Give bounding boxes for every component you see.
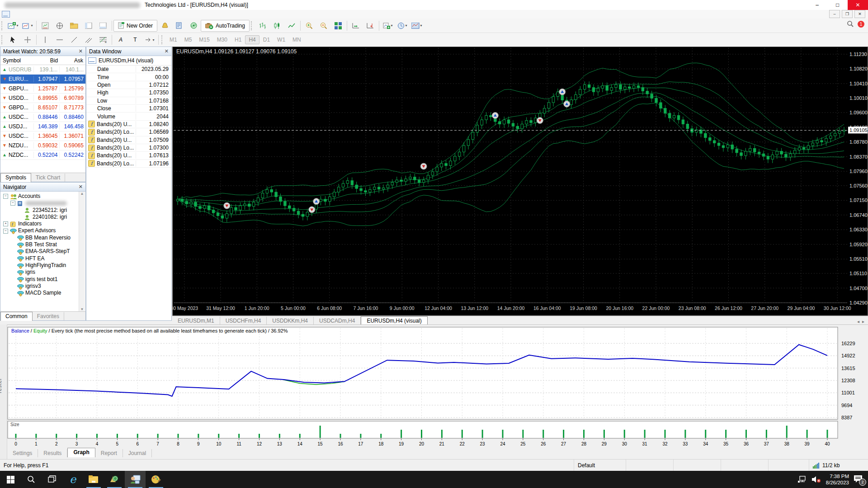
indicators-button[interactable]: ▾ [381,20,395,32]
profiles-button[interactable]: ▾ [20,20,35,32]
navigator-item-expert[interactable]: igris [3,269,85,276]
autotrading-button[interactable]: AutoTrading [201,20,250,32]
navigator-item-expert-advisors[interactable]: −Expert Advisors [3,227,85,234]
navigator-item-account[interactable]: 22401082: igri [3,214,85,221]
navigator-close-icon[interactable]: ✕ [79,184,83,190]
new-chart-button[interactable]: ▾ [6,20,20,32]
navigator-tab-favorites[interactable]: Favorites [33,312,64,320]
child-minimize-button[interactable]: – [829,10,840,18]
timeframe-h4[interactable]: H4 [245,35,259,44]
search-icon[interactable] [847,20,854,28]
chart-tab-usdcadm-h4[interactable]: USDCADm,H4 [314,317,361,325]
navigator-item-expert[interactable]: EMA-SARS-StepT [3,248,85,255]
network-icon[interactable] [798,476,807,483]
tester-tab-journal[interactable]: Journal [123,449,152,457]
close-button[interactable]: ✕ [848,0,868,10]
timeframe-d1[interactable]: D1 [259,35,274,44]
tree-expand-icon[interactable]: + [3,221,8,226]
timeframe-m15[interactable]: M15 [195,35,213,44]
market-watch-row[interactable]: ▼NZDU...0.590320.59065 [0,141,85,150]
timeframe-mn[interactable]: MN [289,35,305,44]
open-folder-button[interactable] [67,20,81,32]
tester-tab-graph[interactable]: Graph [67,448,95,457]
templates-button[interactable]: ▾ [410,20,424,32]
crosshair-window-button[interactable] [52,20,67,32]
chart-window-icon[interactable] [2,11,10,18]
terminal-toggle[interactable] [96,20,110,32]
navigator-item-expert[interactable]: igrisv3 [3,283,85,290]
task-view-button[interactable] [42,471,62,488]
metatrader-docs-icon[interactable] [104,471,125,488]
trendline-button[interactable] [67,34,81,46]
tree-expand-icon[interactable]: − [3,194,8,199]
status-profile[interactable]: Default [574,460,626,471]
candlestick-button[interactable] [270,20,284,32]
zoom-out-button[interactable] [316,20,331,32]
fibonacci-button[interactable]: E [96,34,110,46]
market-watch-row[interactable]: ▲USDJ...146.389146.458 [0,122,85,131]
new-order-button[interactable]: New Order [113,20,157,32]
minimize-button[interactable]: – [807,0,827,10]
trade-marker-sell[interactable] [309,206,315,213]
arrows-dropdown-button[interactable]: ▾ [142,34,157,46]
horizontal-line-button[interactable] [52,34,67,46]
navigator-item-server[interactable]: − [3,200,85,206]
bar-chart-button[interactable] [255,20,270,32]
taskbar-clock[interactable]: 7:38 PM 8/26/2023 [826,473,849,486]
trade-marker-buy[interactable] [313,198,320,205]
chart-shift-button[interactable] [363,20,377,32]
action-center-button[interactable]: 2 [854,475,863,484]
tile-windows-button[interactable] [331,20,345,32]
news-icon[interactable] [186,20,201,32]
timeframe-w1[interactable]: W1 [274,35,289,44]
navigator-item-accounts[interactable]: −Accounts [3,193,85,200]
child-restore-button[interactable]: ❐ [842,10,853,18]
file-explorer-icon[interactable] [83,471,104,488]
trade-marker-buy[interactable] [492,113,498,119]
tester-tab-report[interactable]: Report [95,449,123,457]
scripts-icon[interactable] [172,20,186,32]
tester-tab-results[interactable]: Results [38,449,67,457]
navigator-item-expert[interactable]: igris test bot1 [3,276,85,283]
tester-graph[interactable]: 1622914922136151230811001969483870123456… [7,326,868,447]
navigator-item-expert[interactable]: HighFlyingTradin [3,262,85,269]
text-label-tool-button[interactable]: T [128,34,142,46]
data-window-close-icon[interactable]: ✕ [165,48,169,54]
maximize-button[interactable]: □ [827,0,848,10]
trade-marker-sell[interactable] [224,202,230,209]
market-watch-close-icon[interactable]: ✕ [79,48,83,54]
navigator-item-indicators[interactable]: +fIndicators [3,221,85,227]
timeframe-m1[interactable]: M1 [166,35,181,44]
taskbar-search-button[interactable] [21,471,42,488]
timeframe-m30[interactable]: M30 [213,35,231,44]
navigator-item-account[interactable]: 22345212: igri [3,207,85,214]
timeframe-m5[interactable]: M5 [181,35,196,44]
market-watch-row[interactable]: ▼EURU...1.079471.07957 [0,75,85,84]
market-watch-tab-tick-chart[interactable]: Tick Chart [31,174,65,182]
candlestick-chart[interactable]: 1.112301.108201.104101.100101.096001.091… [173,47,868,315]
chart-area[interactable]: EURUSDm,H4 1.09126 1.09127 1.09076 1.091… [172,47,868,316]
trade-marker-buy[interactable] [559,89,566,95]
start-button[interactable] [0,471,21,488]
crosshair-button[interactable] [20,34,35,46]
chart-tab-eurusdm-h4-visual-[interactable]: EURUSDm,H4 (visual) [361,316,427,325]
text-tool-button[interactable]: A [113,34,128,46]
market-watch-row[interactable]: ▼USDC...1.360451.36071 [0,131,85,141]
vertical-line-button[interactable] [38,34,52,46]
chart-tab-usdchfm-h4[interactable]: USDCHFm,H4 [220,317,267,325]
expert-advisors-icon[interactable] [157,20,172,32]
chart-tab-eurusdm-m1[interactable]: EURUSDm,M1 [172,317,220,325]
navigator-toggle[interactable] [81,20,96,32]
navigator-tab-common[interactable]: Common [0,312,33,321]
child-close-button[interactable]: ✕ [854,10,865,18]
volume-muted-icon[interactable] [811,476,821,483]
tree-expand-icon[interactable]: − [3,229,8,234]
navigator-item-expert[interactable]: BB Test Strat [3,241,85,248]
navigator-item-expert[interactable]: BB Mean Reversio [3,235,85,241]
cursor-button[interactable] [6,34,20,46]
tester-tab-settings[interactable]: Settings [7,449,38,457]
metaeditor-icon[interactable] [146,471,166,488]
trade-marker-buy[interactable] [564,101,570,107]
navigator-item-expert[interactable]: HFT EA [3,255,85,262]
line-chart-button[interactable] [284,20,299,32]
